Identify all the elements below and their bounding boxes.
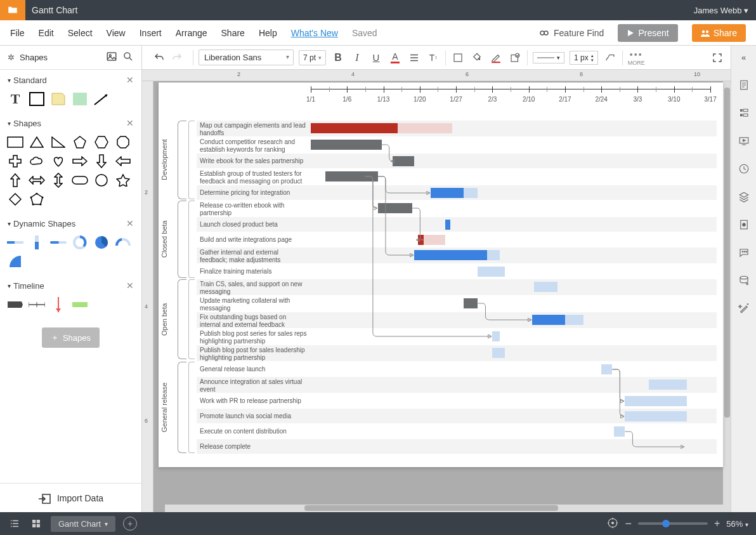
task-bar[interactable] [625,396,686,406]
task-bar[interactable] [393,156,414,166]
task-bar[interactable] [625,411,686,421]
down-arrow-shape[interactable] [93,154,110,169]
up-arrow-shape[interactable] [6,173,24,188]
zoom-level[interactable]: 56% ▾ [726,519,748,529]
diamond-shape[interactable] [6,192,24,207]
pentagon-shape[interactable] [71,135,89,150]
chat-icon[interactable] [735,244,753,261]
task-row[interactable]: Gather internal and external feedback; m… [159,248,717,264]
horizontal-scrollbar[interactable] [165,505,723,512]
italic-button[interactable]: I [350,51,364,65]
gantt-chart[interactable]: 1/11/61/131/201/272/32/102/172/243/33/10… [159,121,717,454]
task-bar[interactable] [464,188,478,198]
task-bar[interactable] [478,267,505,277]
polygon-shape[interactable] [28,192,46,207]
user-menu[interactable]: James Webb ▾ [694,6,756,15]
data-icon[interactable] [735,216,753,234]
font-size-select[interactable]: 7 pt ▾ [299,50,326,65]
task-row[interactable]: Conduct competitior research and establi… [159,137,717,154]
add-shapes-button[interactable]: ＋ Shapes [42,327,100,348]
task-row[interactable]: Work with PR to release partnership [159,393,717,409]
zoom-slider[interactable] [638,522,708,525]
task-row[interactable]: Publish blog post for sales leadership h… [159,345,717,362]
magic-icon[interactable] [735,300,753,317]
block-shape[interactable] [28,91,46,107]
feature-find[interactable]: Feature Find [538,27,604,39]
task-bar[interactable] [414,250,487,260]
task-row[interactable]: Build and write integrations page [159,232,717,248]
menu-whats-new[interactable]: What's New [291,28,338,38]
heart-shape[interactable] [49,154,67,169]
close-icon[interactable]: ✕ [126,281,134,291]
task-row[interactable]: Execute on content distribution [159,424,717,439]
task-bar[interactable] [311,140,382,150]
task-bar[interactable] [311,123,398,133]
import-data-button[interactable]: Import Data [0,483,141,512]
present-button[interactable]: Present [618,24,677,42]
hexagon-shape[interactable] [93,135,110,150]
task-bar[interactable] [424,235,445,245]
cloud-shape[interactable] [28,154,46,169]
block-timeline-shape[interactable] [6,297,24,312]
underline-button[interactable]: U [369,51,383,65]
line-timeline-shape[interactable] [28,297,46,312]
line-shape[interactable] [93,91,110,107]
vbar-shape[interactable] [28,235,46,250]
task-row[interactable]: Finalize training materials [159,264,717,279]
gauge-shape[interactable] [114,235,132,250]
history-icon[interactable] [735,160,753,178]
task-row[interactable]: Publish blog post series for sales reps … [159,329,717,345]
search-icon[interactable] [122,51,134,64]
task-row[interactable]: Establish group of trusted testers for f… [159,169,717,185]
task-row[interactable]: Train CS, sales, and support on new mess… [159,279,717,296]
rectangle-shape[interactable] [6,135,24,150]
image-icon[interactable] [106,51,117,64]
right-arrow-shape[interactable] [71,154,89,169]
task-bar[interactable] [565,315,583,325]
task-bar[interactable] [325,171,378,182]
fullscreen-button[interactable] [710,51,724,65]
grid-view-icon[interactable] [29,517,43,531]
menu-share[interactable]: Share [221,28,245,38]
menu-help[interactable]: Help [259,28,277,38]
page-tab[interactable]: Gantt Chart ▾ [51,516,115,532]
task-bar[interactable] [601,364,612,374]
close-icon[interactable]: ✕ [126,118,134,128]
gear-icon[interactable]: ✲ [8,53,15,62]
slider-shape[interactable] [49,235,67,250]
milestone-shape[interactable] [49,297,67,312]
circle-shape[interactable] [93,173,110,188]
shape-options-button[interactable] [508,51,522,65]
pie-shape[interactable] [93,235,110,250]
task-row[interactable]: Promote launch via social media [159,409,717,424]
menu-arrange[interactable]: Arrange [176,28,207,38]
page-settings-icon[interactable] [735,76,753,94]
share-button[interactable]: Share [692,24,746,42]
comments-icon[interactable] [735,104,753,122]
section-standard[interactable]: ▾Standard ✕ [0,70,141,89]
task-row[interactable]: Write ebook for the sales partnership [159,154,717,169]
task-row[interactable]: Determine pricing for integration [159,185,717,201]
task-row[interactable]: Launch closed product beta [159,217,717,232]
shape-fill-button[interactable] [451,51,465,65]
task-bar[interactable] [398,123,452,133]
canvas[interactable]: 1/11/61/131/201/272/32/102/172/243/33/10… [153,81,731,512]
collapse-dock-button[interactable]: « [735,48,753,66]
menu-select[interactable]: Select [68,28,93,38]
more-button[interactable]: ••• MORE [628,50,645,66]
task-bar[interactable] [534,282,557,292]
task-bar[interactable] [649,380,687,390]
text-shape[interactable]: T [6,91,24,107]
triangle-shape[interactable] [28,135,46,150]
octagon-shape[interactable] [114,135,132,150]
presentation-icon[interactable] [735,132,753,150]
task-row[interactable]: General release launch [159,362,717,377]
task-bar[interactable] [418,235,424,245]
menu-edit[interactable]: Edit [39,28,54,38]
folder-icon[interactable] [0,0,25,20]
task-bar[interactable] [532,315,565,325]
task-bar[interactable] [614,426,625,437]
page[interactable]: 1/11/61/131/201/272/32/102/172/243/33/10… [159,83,723,467]
cross-shape[interactable] [6,154,24,169]
right-triangle-shape[interactable] [49,135,67,150]
